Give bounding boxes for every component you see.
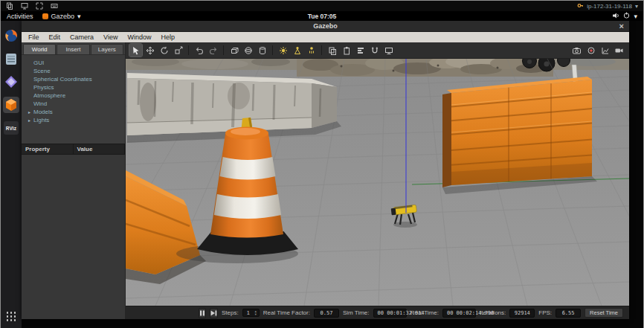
fps-label: FPS: — [538, 309, 552, 316]
pause-button[interactable] — [199, 308, 206, 318]
steps-spinbox[interactable]: 1 ▲▼ — [242, 309, 260, 317]
world-panel: World Insert Layers GUI Scene Spherical … — [22, 42, 126, 319]
window-title: Gazebo — [313, 22, 338, 30]
clock[interactable]: Tue 07:05 — [308, 13, 337, 20]
panel-tabs: World Insert Layers — [22, 42, 125, 54]
iterations-label: Iterations: — [480, 309, 506, 316]
app-menu[interactable]: Gazebo ▾ — [42, 13, 81, 20]
directional-light-button[interactable] — [305, 44, 318, 57]
tree-item-atmosphere[interactable]: Atmosphere — [27, 91, 123, 100]
rotate-tool-button[interactable] — [158, 44, 170, 57]
steps-label: Steps: — [222, 309, 239, 316]
menu-file[interactable]: File — [28, 33, 39, 41]
world-tree: GUI Scene Spherical Coordinates Physics … — [22, 54, 125, 144]
point-light-button[interactable] — [277, 44, 289, 57]
tree-item-lights[interactable]: ▸Lights — [27, 116, 123, 124]
select-tool-button[interactable] — [129, 44, 142, 57]
menu-help[interactable]: Help — [161, 33, 175, 41]
insert-box-button[interactable] — [228, 44, 240, 57]
spin-down-icon[interactable]: ▼ — [254, 313, 257, 316]
remote-desktop-screen: ip-172-31-19-118 ▾ Activities Gazebo ▾ T… — [0, 0, 644, 328]
tree-item-models[interactable]: ▸Models — [27, 108, 123, 116]
dock-item-files[interactable] — [3, 51, 19, 67]
screenshot-camera-icon[interactable] — [570, 44, 583, 57]
show-applications-button[interactable] — [7, 312, 16, 321]
window-titlebar[interactable]: Gazebo × — [22, 21, 629, 32]
insert-cylinder-button[interactable] — [256, 44, 268, 57]
align-tool-button[interactable] — [354, 44, 367, 57]
dock-item-firefox[interactable] — [3, 28, 19, 44]
property-table-header: Property Value — [22, 144, 125, 155]
tree-item-scene[interactable]: Scene — [27, 67, 123, 75]
spot-light-button[interactable] — [291, 44, 303, 57]
undo-button[interactable] — [193, 44, 205, 57]
dock-item-rviz[interactable]: RViz — [3, 120, 19, 136]
expand-arrow-icon[interactable]: ▸ — [27, 118, 32, 123]
menu-view[interactable]: View — [103, 33, 117, 41]
value-column-header: Value — [74, 144, 126, 154]
tab-layers[interactable]: Layers — [91, 44, 123, 54]
scale-tool-button[interactable] — [172, 44, 184, 57]
files-icon — [5, 53, 17, 65]
video-record-icon[interactable] — [613, 44, 625, 57]
gazebo-app-icon — [42, 13, 48, 19]
tab-world[interactable]: World — [23, 44, 56, 54]
dock: RViz — [1, 21, 22, 328]
system-tray[interactable]: ▾ — [612, 12, 637, 21]
expand-arrow-icon[interactable]: ▸ — [27, 109, 32, 115]
insert-sphere-button[interactable] — [242, 44, 254, 57]
rtf-label: Real Time Factor: — [263, 309, 310, 316]
chevron-down-icon: ▾ — [635, 3, 638, 10]
real-time-label: Real Time: — [410, 309, 439, 316]
redo-button[interactable] — [207, 44, 219, 57]
session-host-label: ip-172-31-19-118 — [587, 3, 632, 10]
firefox-icon — [4, 29, 18, 42]
tree-item-spherical-coordinates[interactable]: Spherical Coordinates — [27, 75, 123, 83]
gazebo-window: Gazebo × File Edit Camera View Window He… — [22, 21, 629, 319]
dock-item-software[interactable] — [3, 74, 19, 90]
menu-camera[interactable]: Camera — [70, 33, 94, 41]
scene-3d-viewport[interactable] — [126, 59, 629, 306]
menu-bar: File Edit Camera View Window Help — [22, 32, 629, 42]
session-bar: ip-172-31-19-118 ▾ — [1, 1, 643, 11]
gnome-top-bar: Activities Gazebo ▾ Tue 07:05 ▾ — [1, 11, 643, 21]
record-log-icon[interactable] — [585, 44, 597, 57]
dock-item-gazebo[interactable] — [3, 97, 19, 113]
jersey-barrier-right[interactable] — [442, 77, 597, 194]
key-icon — [577, 2, 584, 10]
tree-item-wind[interactable]: Wind — [27, 100, 123, 108]
viewport-toolbar — [126, 42, 629, 59]
menu-window[interactable]: Window — [127, 33, 151, 41]
translate-tool-button[interactable] — [144, 44, 156, 57]
reset-time-button[interactable]: Reset Time — [585, 308, 623, 318]
desktop: RViz Gazebo × File Edit Camera View Wind… — [1, 21, 643, 328]
close-button[interactable]: × — [619, 21, 624, 32]
copy-button[interactable] — [326, 44, 338, 57]
iterations-value: 92914 — [509, 309, 535, 318]
tab-insert[interactable]: Insert — [57, 44, 89, 54]
view-angle-button[interactable] — [382, 44, 395, 57]
property-table[interactable] — [22, 155, 125, 319]
paste-button[interactable] — [340, 44, 352, 57]
snap-tool-button[interactable] — [368, 44, 381, 57]
chevron-down-icon: ▾ — [77, 13, 81, 20]
activities-button[interactable]: Activities — [7, 13, 33, 20]
rviz-icon: RViz — [4, 121, 19, 135]
real-time-value: 00 00:02:14.790 — [442, 309, 476, 318]
session-host[interactable]: ip-172-31-19-118 ▾ — [577, 2, 638, 10]
property-column-header: Property — [22, 144, 74, 154]
menu-edit[interactable]: Edit — [49, 33, 61, 41]
fps-value: 6.55 — [556, 309, 581, 318]
app-menu-label: Gazebo — [51, 13, 75, 20]
step-button[interactable] — [210, 308, 218, 318]
rtf-value: 0.57 — [314, 309, 339, 318]
volume-icon — [612, 12, 619, 21]
sim-time-value: 00 00:01:32.914 — [373, 309, 407, 318]
plot-icon[interactable] — [599, 44, 611, 57]
tree-item-gui[interactable]: GUI — [27, 59, 123, 67]
software-icon — [4, 75, 18, 89]
sim-time-label: Sim Time: — [343, 309, 370, 316]
tree-item-physics[interactable]: Physics — [27, 83, 123, 91]
chevron-down-icon: ▾ — [634, 13, 637, 20]
power-icon — [623, 12, 630, 20]
